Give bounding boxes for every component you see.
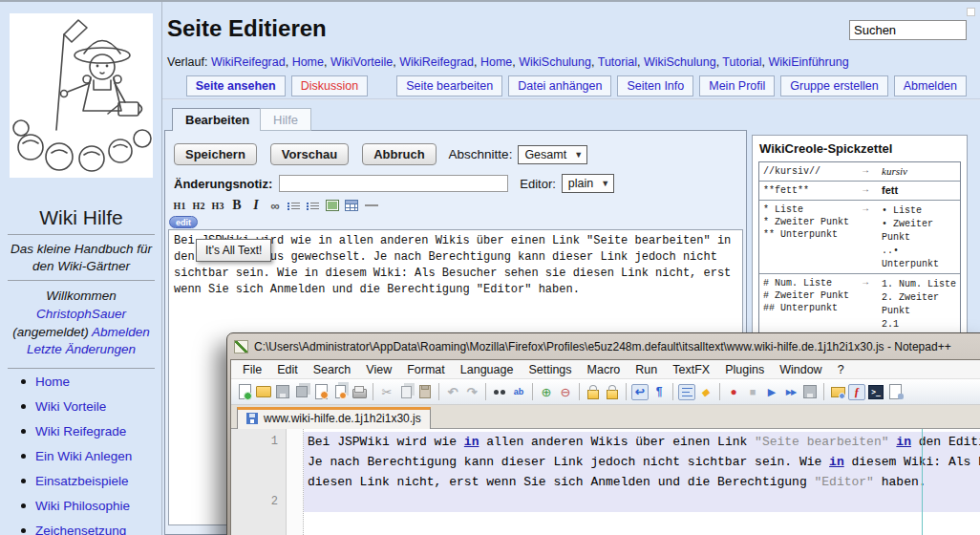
breadcrumb-link-tutorial[interactable]: Tutorial [598, 55, 637, 69]
copy-icon[interactable] [397, 384, 415, 400]
save-macro-icon[interactable] [801, 384, 819, 400]
menu-file[interactable]: File [235, 361, 269, 378]
cancel-button[interactable]: Abbruch [362, 143, 436, 165]
nav-button-seite-bearbeiten[interactable]: Seite bearbeiten [396, 75, 502, 96]
plugin-icon[interactable] [848, 384, 865, 400]
find-icon[interactable] [491, 384, 508, 400]
change-note-input[interactable] [279, 175, 508, 192]
menu-plugins[interactable]: Plugins [717, 361, 772, 378]
print-icon[interactable] [351, 384, 368, 400]
save-all-icon[interactable] [293, 384, 310, 400]
sections-select[interactable]: Gesamt ▼ [518, 145, 587, 164]
menu-format[interactable]: Format [399, 361, 453, 378]
explorer-icon[interactable] [829, 384, 846, 400]
heading3-icon[interactable] [211, 199, 224, 212]
menu-item[interactable]: ? [830, 361, 852, 378]
function-completion-icon[interactable] [697, 384, 714, 400]
menu-search[interactable]: Search [306, 361, 359, 378]
sync-vertical-scroll-icon[interactable] [585, 384, 602, 400]
menu-window[interactable]: Window [772, 361, 829, 378]
code-area[interactable]: Bei JSPWiki wird wie in allen anderen Wi… [304, 429, 980, 535]
open-file-icon[interactable] [255, 384, 272, 400]
breadcrumb-link-wikireifegrad[interactable]: WikiReifegrad [211, 55, 286, 69]
indent-guide-icon[interactable] [678, 384, 695, 400]
sidebar-item-wiki-reifegrade[interactable]: Wiki Reifegrade [35, 424, 126, 439]
sync-horizontal-scroll-icon[interactable] [604, 384, 621, 400]
sidebar-item-wiki-philosophie[interactable]: Wiki Philosophie [35, 499, 130, 513]
show-all-characters-icon[interactable] [650, 384, 668, 400]
nav-button-abmelden[interactable]: Abmelden [894, 75, 967, 96]
sidebar-item-ein-wiki-anlegen[interactable]: Ein Wiki Anlegen [35, 449, 132, 463]
play-macro-icon[interactable] [763, 384, 780, 400]
edit-badge[interactable]: edit [169, 216, 198, 228]
paste-icon[interactable] [416, 384, 434, 400]
italic-icon[interactable] [249, 199, 263, 212]
breadcrumb-link-tutorial[interactable]: Tutorial [722, 55, 761, 69]
image-icon[interactable] [326, 200, 339, 211]
menu-language[interactable]: Language [453, 361, 522, 378]
stop-record-icon[interactable] [744, 384, 761, 400]
user-link[interactable]: ChristophSauer [36, 307, 126, 321]
menu-edit[interactable]: Edit [269, 361, 306, 378]
nav-button-gruppe-erstellen[interactable]: Gruppe erstellen [780, 75, 887, 96]
breadcrumb-link-wikivorteile[interactable]: WikiVorteile [330, 55, 393, 69]
zoom-in-icon[interactable] [538, 384, 555, 400]
menu-macro[interactable]: Macro [580, 361, 628, 378]
redo-icon[interactable] [463, 384, 480, 400]
nav-button-seiten-info[interactable]: Seiten Info [617, 75, 693, 96]
word-wrap-icon[interactable] [631, 384, 649, 400]
notepadpp-titlebar[interactable]: C:\Users\Administrator\AppData\Roaming\M… [234, 336, 980, 357]
run-macro-multiple-icon[interactable] [782, 384, 799, 400]
editor-select[interactable]: plain ▼ [562, 174, 614, 193]
tab-bearbeiten[interactable]: Bearbeiten [172, 108, 263, 131]
notepadpp-window[interactable]: C:\Users\Administrator\AppData\Roaming\M… [226, 332, 980, 535]
zoom-out-icon[interactable] [557, 384, 574, 400]
nav-button-datei-anh-ngen[interactable]: Datei anhängen [508, 75, 611, 96]
bold-icon[interactable] [230, 199, 244, 212]
notepadpp-document-tab[interactable]: www.wiki-hilfe.de.1j1h2i1x30.js [237, 407, 431, 429]
menu-textfx[interactable]: TextFX [665, 361, 717, 378]
doc-switcher-icon[interactable] [886, 384, 904, 400]
tab-hilfe[interactable]: Hilfe [260, 108, 311, 131]
menu-run[interactable]: Run [628, 361, 665, 378]
preview-button[interactable]: Vorschau [270, 143, 349, 165]
breadcrumb-link-home[interactable]: Home [292, 55, 324, 69]
notepadpp-editor[interactable]: 12 Bei JSPWiki wird wie in allen anderen… [231, 429, 980, 535]
heading1-icon[interactable] [173, 199, 186, 212]
close-file-icon[interactable] [312, 384, 330, 400]
recent-changes-link[interactable]: Letzte Änderungen [27, 342, 136, 356]
sidebar-item-wiki-vorteile[interactable]: Wiki Vorteile [35, 399, 106, 414]
replace-icon[interactable] [510, 384, 527, 400]
numbered-list-icon[interactable] [307, 201, 320, 211]
breadcrumb-link-wikischulung[interactable]: WikiSchulung [519, 55, 591, 69]
link-icon[interactable] [268, 199, 282, 212]
page-nav-buttons: Seite ansehenDiskussionSeite bearbeitenD… [162, 75, 967, 96]
save-button[interactable]: Speichern [174, 143, 257, 165]
heading2-icon[interactable] [192, 199, 205, 212]
record-macro-icon[interactable] [725, 384, 742, 400]
breadcrumb-link-wikischulung[interactable]: WikiSchulung [644, 55, 716, 69]
menu-view[interactable]: View [358, 361, 399, 378]
new-file-icon[interactable] [236, 384, 253, 400]
nav-button-diskussion[interactable]: Diskussion [291, 75, 368, 96]
breadcrumb-link-wikieinf-hrung[interactable]: WikiEinführung [769, 55, 849, 69]
bullet-list-icon[interactable] [288, 201, 301, 211]
breadcrumb-link-wikireifegrad[interactable]: WikiReifegrad [399, 55, 474, 69]
save-icon[interactable] [274, 384, 291, 400]
breadcrumb-link-home[interactable]: Home [480, 55, 512, 69]
search-input[interactable] [849, 20, 967, 40]
nav-button-seite-ansehen[interactable]: Seite ansehen [186, 75, 286, 96]
logout-link[interactable]: Abmelden [92, 325, 150, 339]
cut-icon[interactable] [378, 384, 395, 400]
nav-button-mein-profil[interactable]: Mein Profil [699, 75, 775, 96]
sidebar-item-home[interactable]: Home [35, 374, 70, 389]
undo-icon[interactable] [444, 384, 461, 400]
menu-settings[interactable]: Settings [521, 361, 579, 378]
horizontal-rule-icon[interactable] [364, 201, 379, 210]
table-icon[interactable] [345, 200, 358, 211]
close-all-icon[interactable] [331, 384, 349, 400]
sidebar-item-zeichensetzung[interactable]: Zeichensetzung [35, 524, 126, 535]
sidebar-nav-list: HomeWiki VorteileWiki ReifegradeEin Wiki… [21, 374, 132, 535]
console-icon[interactable] [867, 384, 884, 400]
sidebar-item-einsatzbeispiele[interactable]: Einsatzbeispiele [35, 474, 129, 488]
